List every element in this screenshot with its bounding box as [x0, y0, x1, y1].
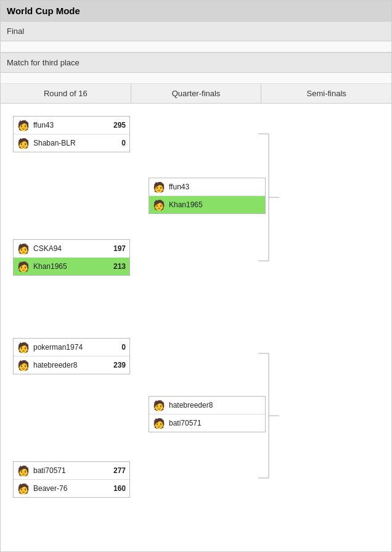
tab-quarter-finals[interactable]: Quarter-finals [131, 84, 262, 103]
avatar: 🧑 [17, 359, 30, 371]
match-row: 🧑 Beaver-76 160 [14, 480, 129, 497]
r16-match-1: 🧑 ffun43 295 🧑 Shaban-BLR 0 [13, 116, 130, 152]
page-title: World Cup Mode [1, 1, 391, 21]
player-name: ffun43 [169, 183, 242, 191]
avatar: 🧑 [17, 482, 30, 495]
r16-match-4: 🧑 bati70571 277 🧑 Beaver-76 160 [13, 461, 130, 498]
player-name: hatebreeder8 [33, 361, 106, 369]
third-place-label: Match for third place [1, 52, 391, 73]
match-row-winner: 🧑 Khan1965 213 [14, 258, 129, 275]
player-name: ffun43 [33, 121, 106, 130]
player-name: Khan1965 [169, 200, 242, 209]
player-name: hatebreeder8 [169, 401, 242, 410]
match-row: 🧑 ffun43 [149, 178, 265, 196]
page-wrapper: World Cup Mode Final Match for third pla… [0, 0, 392, 552]
match-row: 🧑 hatebreeder8 [149, 397, 265, 414]
match-row: 🧑 Shaban-BLR 0 [14, 134, 129, 152]
tab-semi-finals[interactable]: Semi-finals [261, 84, 391, 103]
player-name: bati70571 [33, 466, 106, 475]
qf-match-2: 🧑 hatebreeder8 🧑 bati70571 [149, 396, 266, 432]
r16-match-2: 🧑 CSKA94 197 🧑 Khan1965 213 [13, 239, 130, 276]
score: 295 [108, 121, 126, 130]
match-row-highlighted: 🧑 Khan1965 [149, 196, 265, 213]
avatar: 🧑 [17, 341, 30, 353]
score: 197 [108, 244, 126, 253]
final-label: Final [1, 21, 391, 41]
score: 277 [108, 466, 126, 475]
match-row: 🧑 hatebreeder8 239 [14, 356, 129, 374]
player-name: Shaban-BLR [33, 139, 106, 147]
match-row: 🧑 ffun43 295 [14, 117, 129, 134]
score: 213 [108, 262, 126, 271]
avatar: 🧑 [153, 199, 165, 211]
score: 0 [108, 139, 126, 147]
player-name: pokerman1974 [33, 343, 106, 352]
avatar: 🧑 [17, 119, 30, 131]
avatar: 🧑 [17, 137, 30, 149]
avatar: 🧑 [17, 464, 30, 477]
score: 0 [108, 343, 126, 352]
player-name: bati70571 [169, 419, 242, 427]
player-name: CSKA94 [33, 244, 106, 253]
avatar: 🧑 [153, 417, 165, 429]
score: 160 [108, 484, 126, 493]
r16-match-3: 🧑 pokerman1974 0 🧑 hatebreeder8 239 [13, 338, 130, 374]
tabs-row: Round of 16 Quarter-finals Semi-finals [1, 84, 391, 104]
player-name: Khan1965 [33, 262, 106, 271]
avatar: 🧑 [17, 260, 30, 273]
avatar: 🧑 [17, 242, 30, 255]
score: 239 [108, 361, 126, 369]
match-row: 🧑 pokerman1974 0 [14, 339, 129, 356]
avatar: 🧑 [153, 399, 165, 411]
match-row: 🧑 CSKA94 197 [14, 240, 129, 258]
avatar: 🧑 [153, 181, 165, 193]
match-row: 🧑 bati70571 277 [14, 462, 129, 480]
bracket-area: 🧑 ffun43 295 🧑 Shaban-BLR 0 🧑 CSKA94 197 [1, 104, 391, 535]
qf-match-1: 🧑 ffun43 🧑 Khan1965 [149, 178, 266, 214]
tab-round-of-16[interactable]: Round of 16 [1, 84, 131, 103]
player-name: Beaver-76 [33, 484, 106, 493]
match-row: 🧑 bati70571 [149, 414, 265, 432]
